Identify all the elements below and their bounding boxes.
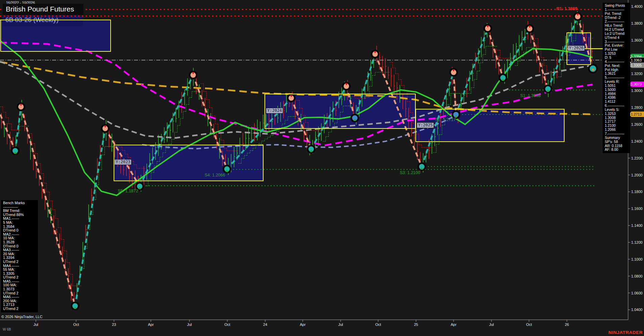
swing-pivots-line: 1.3253	[605, 112, 630, 116]
copyright-label: © 2026 NinjaTrader, LLC	[1, 315, 42, 319]
price-axis-label: 1.1000	[631, 257, 643, 261]
bench-marks-line: DTrend 0	[3, 229, 38, 233]
bench-marks-line: UTrend 2	[3, 260, 38, 264]
bench-marks-panel: Bench Marks------------BM Trend:UTrend 8…	[1, 200, 38, 312]
time-axis-label: Jul	[187, 322, 192, 327]
swing-pivots-line: 4.--------------	[605, 60, 630, 64]
time-axis-label: 23	[112, 322, 116, 327]
time-axis-label: Apr	[300, 322, 305, 327]
price-axis-label: 1.2600	[631, 122, 643, 126]
time-axis-label: 24	[263, 322, 267, 327]
year-range-label: Y:2026	[568, 45, 585, 51]
price-axis-label: 1.2800	[631, 105, 643, 110]
time-axis-label: Oct	[224, 322, 230, 327]
swing-pivots-line: 1.5000	[605, 88, 630, 92]
price-axis-label: 1.1800	[631, 190, 643, 194]
swing-pivots-line: Levels S:	[605, 108, 630, 112]
price-axis-label: 1.2000	[631, 173, 643, 177]
price-marker-tag: 1.3363	[628, 57, 644, 63]
interval-symbol-label: W 6B	[3, 328, 11, 331]
support-level-label: S4: 1.2066	[205, 173, 225, 177]
price-marker-tag: 1.3073	[628, 81, 644, 87]
bench-marks-line: 1.3073	[3, 287, 38, 291]
price-axis-label: 1.1200	[631, 240, 643, 244]
swing-pivots-line: 1.5051	[605, 84, 630, 88]
ninjatrader-logo: NINJATRADER	[608, 330, 643, 335]
price-axis-label: 1.3600	[631, 38, 643, 42]
price-axis-label: 1.3000	[631, 89, 643, 93]
price-chart-canvas[interactable]	[0, 0, 644, 336]
swing-pivots-line: UTrend 4	[605, 36, 630, 40]
support-level-label: S2: 1.2717	[435, 117, 456, 122]
year-range-box-fill	[114, 145, 263, 181]
swing-pivots-line: Summary	[605, 136, 630, 140]
time-axis-label: Oct	[73, 322, 79, 327]
bench-marks-line: UTrend 2	[3, 307, 38, 311]
bench-marks-line: Bench Marks	[3, 201, 38, 205]
swing-pivots-line: AF: 8.00	[605, 148, 630, 152]
chart-window: 16/2022 - 10/2026 British Pound Futures …	[0, 0, 644, 336]
swing-pivots-line: 1.--------------	[605, 8, 630, 12]
resistance-level-label: R1: 1.3889	[556, 6, 577, 11]
time-axis-label: Oct	[526, 322, 532, 327]
price-axis-label: 1.1400	[631, 223, 643, 227]
price-axis-label: 1.0600	[631, 291, 643, 295]
time-axis-label: Jul	[489, 322, 494, 327]
time-axis-label: Jul	[33, 322, 38, 327]
swing-pivots-line: Lo:2 UTrend	[605, 32, 630, 36]
time-axis-label: Jul	[338, 322, 343, 327]
price-axis-label: 1.4000	[631, 4, 643, 8]
current-pivot-dot-icon	[592, 69, 594, 71]
support-level-label: S3: 1.2100	[400, 170, 420, 175]
support-level-label: S5: 1.1872	[118, 189, 138, 193]
price-axis-label: 1.3200	[631, 72, 643, 76]
year-range-label: Y:2023	[114, 159, 132, 165]
time-axis-label: 25	[414, 322, 418, 327]
year-range-label: Y:2025	[417, 122, 434, 128]
price-marker-tag: 1.2713	[628, 112, 644, 117]
time-axis-label: Apr	[148, 322, 154, 327]
price-axis-label: 1.1600	[631, 207, 643, 211]
zigzag-leg	[488, 28, 503, 78]
bench-marks-line: 1.3528	[3, 240, 38, 244]
price-axis-label: 1.0400	[631, 308, 643, 312]
support-level-label: S1: 1.3008	[520, 93, 540, 98]
time-axis-label: Oct	[375, 322, 381, 327]
time-axis-label: Apr	[451, 322, 456, 327]
price-axis-label: 1.0800	[631, 274, 643, 278]
zigzag-leg	[0, 101, 15, 151]
swing-pivots-line: SP's: 58	[605, 140, 630, 144]
bench-marks-line: MA3.------	[3, 248, 38, 252]
swing-pivots-line: Pvt. Trend:	[605, 12, 630, 16]
bench-marks-line: 5 MA:	[3, 221, 38, 225]
price-marker-tag: 1.3305	[628, 63, 644, 68]
instrument-title[interactable]: British Pound Futures	[6, 5, 74, 13]
price-axis-label: 1.2200	[631, 156, 643, 160]
time-axis-label: 26	[565, 322, 569, 327]
zigzag-leg	[530, 29, 548, 89]
price-axis-label: 1.3800	[631, 21, 643, 25]
year-range-label: Y:2024	[266, 108, 283, 114]
price-axis-label: 1.2400	[631, 139, 643, 143]
swing-pivots-line: Pvt. Next:	[605, 64, 630, 68]
swing-pivots-panel: Swing Pivots1.--------------Pvt. Trend:D…	[603, 3, 630, 153]
year-box-top-edge	[0, 20, 111, 20]
bench-marks-line: 55 MA:	[3, 268, 38, 272]
resistance-dotted-line	[0, 16, 572, 17]
